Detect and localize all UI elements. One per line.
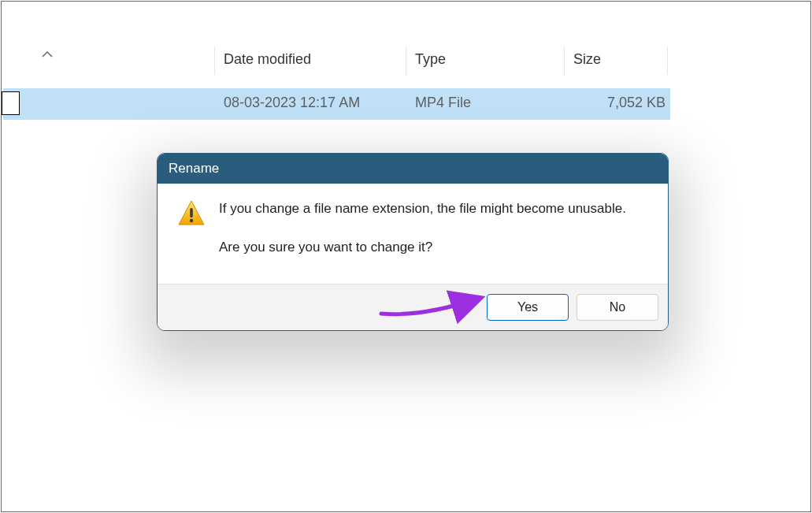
chevron-up-icon [41, 50, 54, 58]
file-explorer: Date modified Type Size 08-03-2023 12:17… [3, 3, 809, 510]
file-size: 7,052 KB [607, 95, 666, 111]
no-button[interactable]: No [577, 294, 658, 321]
column-header-type[interactable]: Type [415, 51, 446, 68]
svg-point-1 [190, 219, 193, 222]
file-type: MP4 File [415, 95, 471, 111]
column-header-date[interactable]: Date modified [224, 51, 311, 68]
rename-edit-box[interactable] [2, 91, 20, 115]
column-separator [564, 46, 565, 75]
rename-dialog: Rename [157, 153, 669, 331]
file-date: 08-03-2023 12:17 AM [224, 95, 360, 111]
column-separator [214, 46, 215, 75]
dialog-message-line1: If you change a file name extension, the… [219, 199, 654, 219]
dialog-message-line2: Are you sure you want to change it? [219, 238, 654, 258]
column-separator [406, 46, 406, 75]
column-headers: Date modified Type Size [3, 46, 809, 78]
warning-icon [177, 199, 206, 228]
dialog-button-bar: Yes No [158, 284, 668, 330]
dialog-title: Rename [169, 161, 219, 177]
yes-button[interactable]: Yes [487, 294, 569, 321]
column-separator [667, 46, 668, 75]
dialog-titlebar[interactable]: Rename [158, 154, 668, 184]
column-header-size[interactable]: Size [573, 51, 601, 68]
dialog-content: If you change a file name extension, the… [158, 184, 668, 284]
svg-rect-0 [190, 208, 193, 217]
file-row[interactable]: 08-03-2023 12:17 AM MP4 File 7,052 KB [3, 88, 670, 120]
column-header-name[interactable] [3, 46, 214, 78]
